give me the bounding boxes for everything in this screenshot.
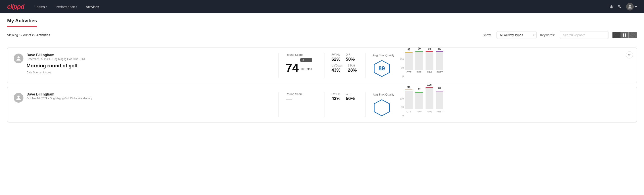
card-divider bbox=[324, 53, 324, 78]
svg-rect-10 bbox=[632, 35, 634, 35]
main-nav: Teams ▾ Performance ▾ Activities bbox=[31, 3, 102, 10]
fw-hit-stat: FW Hit 43% bbox=[332, 92, 340, 101]
gir-value: 56% bbox=[346, 96, 355, 101]
bar-column: 90APP bbox=[415, 47, 423, 74]
nav-label-teams: Teams bbox=[35, 5, 45, 9]
chevron-down-icon: ▾ bbox=[635, 5, 637, 9]
svg-rect-0 bbox=[615, 34, 618, 34]
view-mode-list-compact[interactable] bbox=[612, 32, 621, 38]
bar-value: 94 bbox=[408, 86, 410, 88]
view-mode-buttons bbox=[612, 32, 637, 38]
svg-rect-1 bbox=[615, 35, 618, 35]
fw-hit-label: FW Hit bbox=[332, 92, 340, 96]
y-label-100: 100 bbox=[400, 58, 404, 61]
avg-shot-quality-section: Avg Shot Quality 89 bbox=[373, 53, 630, 78]
svg-rect-4 bbox=[625, 34, 626, 35]
refresh-icon[interactable]: ↻ bbox=[618, 4, 622, 9]
bar-fill bbox=[426, 52, 433, 70]
shot-quality-chart: 100 50 0 85OTT90APP89ARG89PUTT bbox=[400, 53, 444, 78]
show-label: Show: bbox=[483, 33, 492, 37]
bar-fill bbox=[405, 90, 412, 109]
avatar bbox=[626, 3, 634, 10]
add-icon[interactable]: ⊕ bbox=[610, 4, 614, 9]
y-axis: 100 50 0 bbox=[400, 97, 404, 117]
hexagon: 89 bbox=[373, 60, 391, 78]
card-activity-title: Morning round of golf bbox=[26, 63, 85, 69]
bar-value: 87 bbox=[438, 87, 441, 90]
logo[interactable]: clippd bbox=[7, 3, 24, 10]
avg-label-block: Avg Shot Quality 89 bbox=[373, 54, 394, 78]
one-putt-label: 1 Putt bbox=[348, 64, 357, 67]
bar-fill bbox=[415, 52, 423, 70]
card-user-name: Dave Billingham bbox=[26, 92, 92, 96]
bar-value: 90 bbox=[418, 47, 421, 50]
y-label-0: 0 bbox=[400, 75, 404, 78]
view-mode-grid[interactable] bbox=[621, 32, 628, 38]
fw-hit-value: 62% bbox=[332, 57, 340, 62]
card-left: Dave Billingham December 05, 2021 - Gog … bbox=[14, 53, 271, 74]
one-putt-value: 28% bbox=[348, 68, 357, 73]
bar-top-line bbox=[426, 87, 433, 88]
avg-label-block: Avg Shot Quality bbox=[373, 93, 394, 117]
fw-hit-value: 43% bbox=[332, 96, 340, 101]
nav-item-activities[interactable]: Activities bbox=[82, 3, 103, 10]
svg-rect-6 bbox=[625, 35, 626, 36]
round-score-section: Round Score 74 +4 18 Holes bbox=[286, 53, 317, 74]
view-mode-list-detail[interactable] bbox=[628, 32, 637, 38]
search-input[interactable] bbox=[560, 31, 609, 39]
svg-rect-2 bbox=[615, 36, 618, 36]
bar-column: 87PUTT bbox=[436, 87, 444, 113]
page-title-wrap: My Activities bbox=[7, 18, 37, 27]
hexagon-wrap: 89 bbox=[373, 60, 391, 78]
cards-area: ✏ Dave Billingham December 05, 2021 - Go… bbox=[0, 43, 644, 127]
card-divider bbox=[278, 92, 279, 117]
card-data-source: Data Source: Arccos bbox=[26, 71, 85, 74]
bar-fill bbox=[415, 93, 423, 109]
avatar bbox=[14, 54, 24, 63]
bar-label: PUTT bbox=[436, 110, 443, 113]
svg-rect-12 bbox=[632, 36, 634, 36]
bar-top-line bbox=[405, 52, 412, 53]
activity-type-select[interactable]: All Activity Types bbox=[496, 31, 537, 39]
bar-value: 106 bbox=[427, 83, 432, 86]
header-right: ⊕ ↻ ▾ bbox=[610, 3, 637, 10]
viewing-text: Viewing 12 out of 29 Activities bbox=[7, 33, 479, 37]
svg-rect-9 bbox=[631, 35, 632, 35]
updown-stat: Up/Down 43% bbox=[332, 64, 342, 73]
bar-top-line bbox=[426, 51, 433, 52]
stat-pair-bottom: Up/Down 43% 1 Putt 28% bbox=[332, 64, 358, 73]
hexagon-wrap bbox=[373, 99, 391, 117]
stats-section: FW Hit 62% GIR 50% Up/Down 43% 1 Putt bbox=[332, 53, 358, 73]
bar-label: PUTT bbox=[436, 71, 443, 74]
card-user-info: Dave Billingham October 16, 2021 - Gog M… bbox=[26, 92, 92, 102]
avg-shot-quality-label: Avg Shot Quality bbox=[373, 54, 394, 57]
bar-column: 89PUTT bbox=[436, 47, 444, 74]
viewing-total: 29 bbox=[32, 33, 36, 37]
y-label-100: 100 bbox=[400, 97, 404, 100]
bar-top-line bbox=[436, 91, 444, 92]
bar-label: APP bbox=[416, 110, 422, 113]
nav-item-performance[interactable]: Performance ▾ bbox=[52, 3, 80, 10]
nav-item-teams[interactable]: Teams ▾ bbox=[31, 3, 50, 10]
gir-value: 50% bbox=[346, 57, 355, 62]
bar-column: 82APP bbox=[415, 88, 423, 113]
viewing-count: 12 bbox=[19, 33, 22, 37]
activity-type-select-wrap: All Activity Types ▾ bbox=[496, 31, 537, 39]
card-user-name: Dave Billingham bbox=[26, 53, 85, 57]
edit-button[interactable]: ✏ bbox=[626, 51, 633, 58]
user-avatar-menu[interactable]: ▾ bbox=[626, 3, 637, 10]
bar-top-line bbox=[415, 51, 423, 52]
bar-top-line bbox=[436, 51, 444, 52]
bar-fill bbox=[405, 53, 412, 70]
bar-column: 89ARG bbox=[426, 47, 433, 74]
filter-bar: Viewing 12 out of 29 Activities Show: Al… bbox=[0, 27, 644, 43]
activity-card: Dave Billingham October 16, 2021 - Gog M… bbox=[7, 87, 637, 122]
card-divider bbox=[278, 53, 279, 78]
round-score-label: Round Score bbox=[286, 92, 317, 96]
page-content: My Activities Viewing 12 out of 29 Activ… bbox=[0, 14, 644, 195]
activity-card: ✏ Dave Billingham December 05, 2021 - Go… bbox=[7, 48, 637, 83]
card-user-info: Dave Billingham December 05, 2021 - Gog … bbox=[26, 53, 85, 74]
avg-shot-quality-value: 89 bbox=[378, 65, 385, 72]
gir-label: GIR bbox=[346, 92, 355, 96]
keywords-label: Keywords: bbox=[540, 33, 555, 37]
